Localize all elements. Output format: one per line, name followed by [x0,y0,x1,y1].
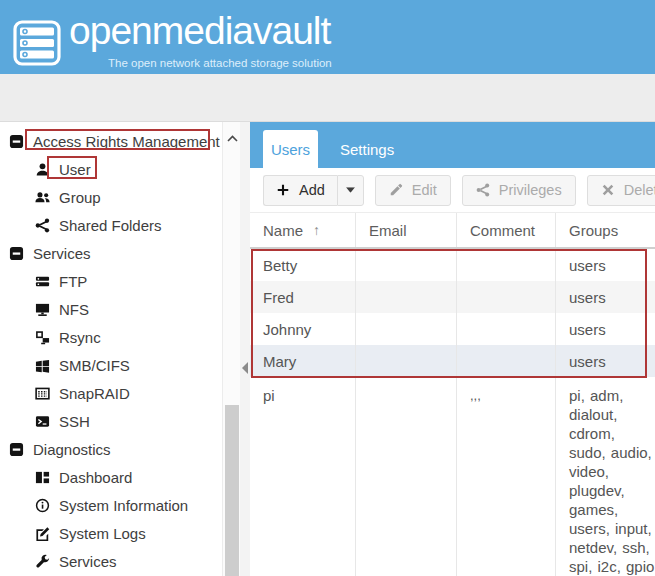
cell-email [356,249,457,281]
cell-comment [457,249,556,281]
scrollbar-thumb[interactable] [225,405,239,576]
sidebar-item-dashboard[interactable]: Dashboard [0,463,222,491]
plus-icon [276,183,290,197]
table-row-mary[interactable]: Mary users [250,345,655,377]
cell-name: Johnny [250,313,356,345]
collapse-icon[interactable] [9,442,24,457]
table-row-betty[interactable]: Betty users [250,249,655,281]
logs-icon [35,526,50,541]
table-row-pi[interactable]: pi ,,, pi, adm, dialout, cdrom, sudo, au… [250,377,655,576]
terminal-icon [35,414,50,429]
column-label: Name [263,222,303,239]
cell-name: Betty [250,249,356,281]
scroll-up-icon[interactable] [227,128,238,146]
sidebar-item-label: Access Rights Management [33,133,220,150]
sidebar-scrollbar[interactable] [222,122,240,576]
share-icon [35,218,50,233]
column-header-groups[interactable]: Groups [556,213,655,247]
table-row-johnny[interactable]: Johnny users [250,313,655,345]
omv-logo-icon [13,20,61,66]
add-button-label: Add [299,182,325,198]
table-row-fred[interactable]: Fred users [250,281,655,313]
group-icon [35,190,50,205]
column-header-name[interactable]: Name ↑ [250,213,356,247]
sidebar-item-label: SMB/CIFS [59,357,130,374]
tab-users[interactable]: Users [263,130,318,168]
brand-title: openmediavault [69,9,330,53]
user-icon [35,162,50,177]
breadcrumb-bar: Access Rights Management User R-PI4- [0,74,655,122]
sidebar-item-system-information[interactable]: System Information [0,491,222,519]
sidebar-item-snapraid[interactable]: SnapRAID [0,379,222,407]
cell-email [356,345,457,377]
app-window: openmediavault The open network attached… [0,0,655,576]
cell-name: pi [250,377,356,576]
wrench-icon [35,554,50,569]
sidebar-nav: Access Rights Management User Group Shar… [0,122,222,576]
sidebar-item-user[interactable]: User [0,155,222,183]
rsync-icon [35,330,50,345]
sidebar-item-ssh[interactable]: SSH [0,407,222,435]
panel-splitter[interactable] [240,122,250,576]
sidebar-item-shared-folders[interactable]: Shared Folders [0,211,222,239]
add-button-group: Add [263,175,364,206]
sidebar-item-label: System Information [59,497,188,514]
sidebar-item-label: Rsync [59,329,101,346]
cell-groups: users [556,281,655,313]
edit-button[interactable]: Edit [375,175,451,206]
brand-tagline: The open network attached storage soluti… [108,57,332,69]
sidebar-item-ftp[interactable]: FTP [0,267,222,295]
caret-down-icon [346,187,355,193]
sidebar-item-access-rights-management[interactable]: Access Rights Management [0,127,222,155]
privileges-button[interactable]: Privileges [462,175,576,206]
dashboard-icon [35,470,50,485]
add-button[interactable]: Add [263,175,337,206]
edit-button-label: Edit [412,182,437,198]
collapse-icon[interactable] [9,134,24,149]
sidebar-item-label: System Logs [59,525,146,542]
sidebar-item-services-diagnostics[interactable]: Services [0,547,222,575]
sidebar-item-label: Services [33,245,91,262]
share-icon [476,183,490,197]
delete-button[interactable]: Delete [587,175,655,206]
column-label: Groups [569,222,618,239]
sidebar-item-services-section[interactable]: Services [0,239,222,267]
cell-email [356,377,457,576]
privileges-button-label: Privileges [499,182,562,198]
sidebar-item-label: NFS [59,301,89,318]
cell-groups: pi, adm, dialout, cdrom, sudo, audio, vi… [556,377,655,576]
column-header-comment[interactable]: Comment [457,213,556,247]
app-header: openmediavault The open network attached… [0,0,655,74]
cell-comment: ,,, [457,377,556,576]
sidebar-item-label: Dashboard [59,469,132,486]
sidebar-item-label: FTP [59,273,87,290]
cell-email [356,313,457,345]
sidebar-item-label: Shared Folders [59,217,162,234]
tab-settings[interactable]: Settings [330,130,404,168]
sidebar-item-diagnostics-section[interactable]: Diagnostics [0,435,222,463]
cell-groups: users [556,313,655,345]
sidebar-item-rsync[interactable]: Rsync [0,323,222,351]
server-icon [35,274,50,289]
windows-icon [35,358,50,373]
pencil-icon [389,183,403,197]
add-dropdown-button[interactable] [337,175,364,206]
toolbar: Add Edit Privileges Delete [250,168,655,212]
collapse-icon[interactable] [9,246,24,261]
grid-icon [35,386,50,401]
sidebar-item-label: Group [59,189,101,206]
sidebar-item-nfs[interactable]: NFS [0,295,222,323]
sidebar-item-group[interactable]: Group [0,183,222,211]
splitter-collapse-icon[interactable] [242,362,248,374]
cell-comment [457,345,556,377]
sidebar-item-system-logs[interactable]: System Logs [0,519,222,547]
column-header-email[interactable]: Email [356,213,457,247]
times-icon [601,183,615,197]
sort-asc-icon: ↑ [313,222,320,238]
main-panel: Users Settings Add Edit Privileges [250,122,655,576]
cell-groups: users [556,249,655,281]
sidebar-item-label: SnapRAID [59,385,130,402]
sidebar-item-smb-cifs[interactable]: SMB/CIFS [0,351,222,379]
sidebar-item-label: User [59,161,91,178]
cell-name: Fred [250,281,356,313]
